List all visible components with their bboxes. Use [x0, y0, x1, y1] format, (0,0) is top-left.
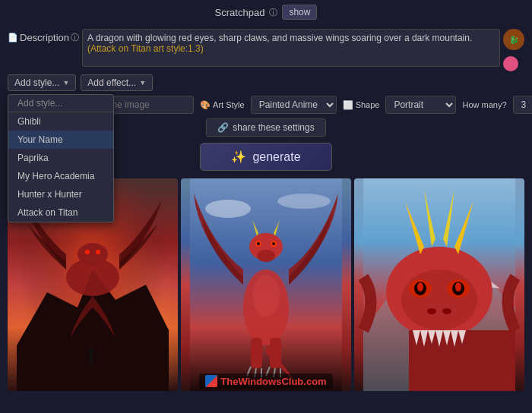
- main-content: 📄 Description ⓘ A dragon with glowing re…: [0, 24, 532, 396]
- description-section: 📄 Description ⓘ A dragon with glowing re…: [8, 29, 524, 71]
- top-bar: Scratchpad ⓘ show: [0, 0, 532, 24]
- svg-point-13: [257, 250, 275, 262]
- howmany-select[interactable]: 1 2 3 4: [513, 96, 532, 114]
- style-dropdown-menu: Add style... Ghibli Your Name Paprika My…: [8, 94, 114, 222]
- svg-point-33: [427, 308, 436, 314]
- description-label-col: 📄 Description ⓘ: [8, 29, 79, 43]
- svg-point-16: [257, 242, 260, 245]
- show-button[interactable]: show: [282, 5, 317, 20]
- art-style-label-text: Art Style: [213, 100, 245, 109]
- scratchpad-info-icon[interactable]: ⓘ: [269, 7, 277, 18]
- scratchpad-label: Scratchpad: [215, 7, 265, 18]
- watermark-text-red: .com: [303, 376, 326, 387]
- svg-point-4: [85, 250, 90, 254]
- avatar-icon[interactable]: 🐉: [503, 29, 524, 50]
- shape-label-text: Shape: [356, 100, 380, 109]
- svg-point-34: [442, 308, 451, 314]
- watermark-text-white: TheWindowsClub: [220, 376, 303, 387]
- add-style-label: Add style...: [14, 77, 59, 88]
- svg-point-9: [205, 200, 251, 218]
- svg-point-20: [252, 275, 280, 317]
- shape-label: ⬜ Shape: [343, 100, 380, 110]
- style-effect-row: Add style... ▼ Add effect... ▼ Add style…: [8, 74, 524, 91]
- watermark-logo-icon: [205, 375, 217, 387]
- description-info-icon[interactable]: ⓘ: [71, 32, 79, 43]
- style-menu-item-ghibli[interactable]: Ghibli: [8, 112, 113, 131]
- svg-point-7: [89, 349, 93, 354]
- file-icon: 📄: [8, 33, 18, 43]
- watermark-inner: TheWindowsClub.com: [199, 374, 332, 389]
- watermark-text: TheWindowsClub.com: [220, 376, 326, 387]
- shape-icon: ⬜: [343, 100, 353, 110]
- svg-point-26: [401, 270, 477, 330]
- description-text-orange: (Attack on Titan art style:1.3): [87, 43, 204, 54]
- description-label: Description: [20, 32, 69, 43]
- share-icon: 🔗: [217, 122, 229, 133]
- add-style-button[interactable]: Add style... ▼: [8, 74, 76, 91]
- svg-point-10: [277, 194, 331, 209]
- svg-point-3: [78, 243, 108, 266]
- shape-select[interactable]: Portrait Landscape Square: [385, 96, 456, 114]
- art-style-icon: 🎨: [200, 100, 211, 110]
- share-settings-label: share these settings: [233, 122, 314, 133]
- sparkle-icon: ✨: [231, 150, 246, 164]
- svg-rect-6: [90, 353, 93, 362]
- art-style-label: 🎨 Art Style: [200, 100, 245, 110]
- description-display[interactable]: A dragon with glowing red eyes, sharp cl…: [82, 29, 500, 67]
- howmany-label: How many?: [462, 100, 506, 109]
- art-style-select[interactable]: Painted Anime Realistic Sketch Watercolo…: [251, 96, 337, 114]
- dragon-image-3[interactable]: [354, 178, 524, 391]
- style-menu-item-your-name[interactable]: Your Name: [8, 131, 113, 149]
- watermark: TheWindowsClub.com: [0, 374, 532, 389]
- style-menu-header: Add style...: [8, 95, 113, 112]
- effect-chevron-icon: ▼: [139, 79, 146, 87]
- style-menu-item-paprika[interactable]: Paprika: [8, 149, 113, 167]
- svg-point-32: [455, 282, 461, 292]
- howmany-label-text: How many?: [462, 100, 506, 109]
- svg-point-31: [417, 282, 423, 292]
- pink-action-circle[interactable]: [503, 56, 518, 71]
- share-settings-button[interactable]: 🔗 share these settings: [206, 118, 325, 137]
- svg-rect-18: [251, 338, 262, 368]
- generate-label: generate: [252, 150, 300, 164]
- description-text-normal: A dragon with glowing red eyes, sharp cl…: [87, 33, 472, 43]
- svg-point-5: [96, 250, 100, 254]
- add-effect-label: Add effect...: [87, 77, 136, 88]
- svg-point-17: [272, 242, 275, 245]
- add-effect-button[interactable]: Add effect... ▼: [81, 74, 153, 91]
- dragon-image-2[interactable]: [181, 178, 351, 391]
- style-menu-item-my-hero-academia[interactable]: My Hero Academia: [8, 167, 113, 185]
- generate-button[interactable]: ✨ generate: [200, 143, 331, 171]
- style-menu-item-attack-on-titan[interactable]: Attack on Titan: [8, 203, 113, 222]
- style-chevron-icon: ▼: [62, 79, 69, 87]
- style-menu-item-hunter-x-hunter[interactable]: Hunter x Hunter: [8, 185, 113, 203]
